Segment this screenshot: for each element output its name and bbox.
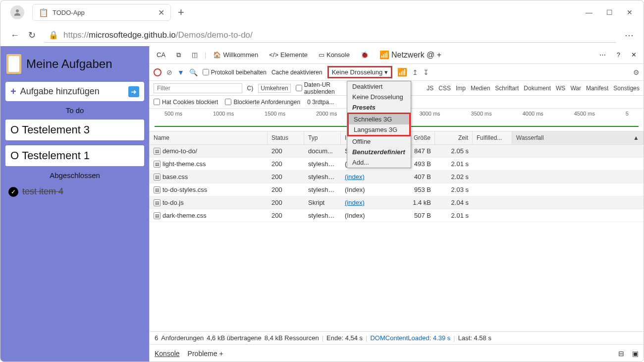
help-icon[interactable]: ? bbox=[613, 49, 624, 60]
more-menu-icon[interactable]: ⋯ bbox=[625, 30, 634, 41]
resources-label: 8,4 kB Ressourcen bbox=[265, 334, 319, 342]
filter-icon[interactable]: ▼ bbox=[177, 68, 184, 76]
dock-icon[interactable]: ◫ bbox=[188, 49, 202, 60]
timeline-tick: 4000 ms bbox=[523, 111, 543, 117]
request-type: styleshe... bbox=[304, 210, 341, 221]
disable-cache-label[interactable]: Cache deaktivieren bbox=[271, 69, 322, 76]
col-fulfilled[interactable]: Fulfilled... bbox=[473, 131, 512, 144]
search-icon[interactable]: 🔍 bbox=[189, 68, 198, 76]
table-row[interactable]: ▤ to-do-styles.css200styleshe...(Index)9… bbox=[150, 183, 644, 196]
last-label: Last: 4.58 s bbox=[458, 334, 491, 342]
back-button[interactable]: ← bbox=[10, 30, 19, 41]
filter-type-css[interactable]: CSS bbox=[438, 85, 451, 92]
task-done-item[interactable]: ✓ test item 4 bbox=[5, 184, 144, 199]
timeline-tick: 1000 ms bbox=[213, 111, 234, 117]
filter-type-schriftart[interactable]: Schriftart bbox=[495, 85, 519, 92]
timeline-tick: 5 bbox=[626, 111, 629, 117]
browser-tab[interactable]: 📋 TODO-App ✕ bbox=[32, 4, 171, 21]
clear-button[interactable]: ⊘ bbox=[166, 68, 172, 76]
task-item[interactable]: O Testelement 3 bbox=[5, 120, 144, 140]
request-name: to-do.js bbox=[162, 199, 184, 206]
request-initiator[interactable]: (index) bbox=[345, 199, 365, 206]
request-waterfall bbox=[512, 150, 644, 153]
close-window-button[interactable]: ✕ bbox=[627, 8, 633, 16]
inspect-button[interactable]: CA bbox=[153, 49, 169, 60]
request-status: 200 bbox=[268, 197, 304, 208]
preserve-log-check[interactable]: Protokoll beibehalten bbox=[203, 69, 267, 76]
request-fulfilled bbox=[473, 163, 512, 166]
menu-disabled[interactable]: Deaktiviert bbox=[347, 81, 411, 92]
drawer-icon-2[interactable]: ▣ bbox=[632, 350, 639, 358]
table-row[interactable]: ▤ to-do.js200Skript(index)1.4 kB2.04 s bbox=[150, 196, 644, 209]
menu-offline[interactable]: Offline bbox=[347, 136, 411, 147]
domcontentloaded-label: DOMContentLoaded: 4.39 s bbox=[370, 334, 450, 342]
minimize-button[interactable]: — bbox=[586, 8, 592, 16]
file-icon: ▤ bbox=[154, 199, 161, 206]
request-waterfall bbox=[512, 201, 644, 204]
bug-icon[interactable]: 🐞 bbox=[357, 49, 373, 60]
import-icon[interactable]: ↥ bbox=[412, 68, 418, 76]
drawer-problems-tab[interactable]: Probleme + bbox=[188, 350, 223, 358]
table-row[interactable]: ▤ dark-theme.css200styleshe...(Index)507… bbox=[150, 209, 644, 222]
filter-type-sonstiges[interactable]: Sonstiges bbox=[613, 85, 640, 92]
tab-close-icon[interactable]: ✕ bbox=[158, 8, 164, 17]
menu-no-throttle[interactable]: Keine Drosselung bbox=[347, 92, 411, 102]
request-initiator[interactable]: (index) bbox=[345, 173, 365, 181]
col-waterfall[interactable]: Wasserfall ▲ bbox=[512, 131, 644, 144]
new-tab-button[interactable]: + bbox=[178, 6, 184, 19]
settings-gear-icon[interactable]: ⚙ bbox=[633, 68, 640, 76]
tab-network[interactable]: 📶 Netzwerk @ + bbox=[376, 48, 445, 61]
request-waterfall bbox=[512, 188, 644, 191]
filter-type-war[interactable]: War bbox=[570, 85, 581, 92]
export-icon[interactable]: ↧ bbox=[423, 68, 429, 76]
url-field[interactable]: 🔒 https://microsoftedge.github.io/Demos/… bbox=[45, 28, 616, 43]
drawer-console-tab[interactable]: Konsole bbox=[155, 350, 180, 358]
invert-button[interactable]: Umkehren bbox=[258, 84, 290, 93]
network-conditions-icon[interactable]: 📶 bbox=[397, 67, 407, 77]
request-status: 200 bbox=[268, 159, 304, 169]
browser-addressbar: ← ↻ 🔒 https://microsoftedge.github.io/De… bbox=[0, 24, 644, 46]
task-item[interactable]: O Testelement 1 bbox=[5, 145, 144, 166]
menu-add[interactable]: Add... bbox=[347, 157, 411, 168]
filter-type-js[interactable]: JS bbox=[427, 85, 433, 92]
filter-type-medien[interactable]: Medien bbox=[471, 85, 490, 92]
refresh-button[interactable]: ↻ bbox=[28, 30, 36, 41]
blocked-requests-check[interactable]: Blockierte Anforderungen bbox=[225, 99, 300, 106]
throttling-dropdown[interactable]: Keine Drosselung▾ bbox=[327, 66, 393, 78]
filter-type-manifest[interactable]: Manifest bbox=[586, 85, 608, 92]
filter-input[interactable] bbox=[154, 83, 242, 93]
drawer-icon-1[interactable]: ⊟ bbox=[618, 350, 624, 358]
col-name[interactable]: Name bbox=[150, 131, 268, 144]
plus-icon: + bbox=[10, 86, 16, 97]
filter-type-ws[interactable]: WS bbox=[556, 85, 565, 92]
add-task-box[interactable]: + Aufgabe hinzufügen ➜ bbox=[5, 82, 144, 101]
menu-fast-3g[interactable]: Schnelles 3G bbox=[349, 114, 409, 124]
filter-type-imp[interactable]: Imp bbox=[456, 85, 466, 92]
more-tools-icon[interactable]: ⋯ bbox=[595, 49, 610, 60]
task-label: Testelement 1 bbox=[22, 149, 90, 162]
filter-type-dokument[interactable]: Dokument bbox=[524, 85, 551, 92]
col-time[interactable]: Zeit bbox=[435, 131, 473, 144]
timeline-tick: 500 ms bbox=[164, 111, 182, 117]
profile-avatar[interactable] bbox=[10, 5, 24, 19]
transferred-label: 4,6 kB übertragene bbox=[207, 334, 262, 342]
finish-label: Ende: 4,54 s bbox=[326, 334, 363, 342]
req-count: 6 bbox=[155, 334, 158, 342]
table-row[interactable]: ▤ base.css200styleshe...(index)407 B2.02… bbox=[150, 171, 644, 183]
site-info-icon[interactable]: 🔒 bbox=[49, 30, 58, 40]
tab-console[interactable]: ▭ Konsole bbox=[315, 49, 354, 60]
tab-welcome[interactable]: 🏠 Willkommen bbox=[209, 49, 262, 60]
close-devtools-icon[interactable]: ✕ bbox=[627, 49, 641, 60]
blocked-cookies-check[interactable]: Hat Cookies blockiert bbox=[154, 99, 218, 106]
device-toggle-icon[interactable]: ⧉ bbox=[172, 49, 185, 61]
col-status[interactable]: Status bbox=[268, 131, 304, 144]
menu-presets-header: Presets bbox=[347, 102, 411, 113]
record-button[interactable] bbox=[154, 68, 161, 76]
menu-slow-3g[interactable]: Langsames 3G bbox=[349, 124, 409, 135]
col-type[interactable]: Typ bbox=[304, 131, 341, 144]
tab-elements[interactable]: </> Elemente bbox=[265, 49, 312, 60]
maximize-button[interactable]: ☐ bbox=[606, 8, 613, 16]
svg-point-0 bbox=[16, 9, 19, 12]
req-label: Anforderungen bbox=[161, 334, 204, 342]
submit-arrow-icon[interactable]: ➜ bbox=[128, 86, 139, 97]
